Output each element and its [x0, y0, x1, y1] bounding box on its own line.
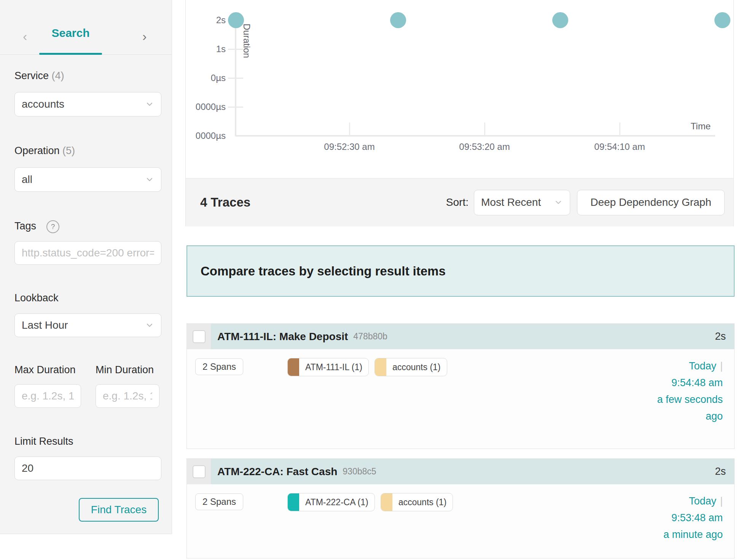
scatter-dot[interactable] — [228, 12, 244, 28]
lookback-select-value: Last Hour — [22, 319, 68, 331]
sort-select[interactable]: Most Recent — [474, 190, 570, 215]
service-label: Service (4) — [14, 70, 64, 82]
limit-results-label-text: Limit Results — [14, 436, 73, 447]
search-sidebar: ‹ Search › Service (4) accounts Operatio… — [0, 0, 172, 534]
service-color-swatch — [381, 493, 392, 511]
service-tag-list: ATM-222-CA (1) accounts (1) — [287, 493, 453, 511]
y-tick-label: 0000µs — [186, 130, 226, 141]
service-tag[interactable]: ATM-111-IL (1) — [287, 358, 369, 376]
y-tick-label: 2s — [186, 15, 226, 25]
trace-card-body: 2 Spans ATM-111-IL (1) accounts (1) Toda… — [187, 349, 734, 449]
operation-count: (5) — [62, 145, 75, 156]
trace-relative-time: a few seconds — [657, 391, 723, 408]
tab-active-indicator — [39, 53, 102, 55]
trace-title: ATM-222-CA: Fast Cash — [217, 466, 337, 478]
scatter-dot[interactable] — [390, 12, 406, 28]
trace-timestamp: Today| 9:54:48 am a few seconds ago — [657, 358, 723, 425]
scatter-dot[interactable] — [552, 12, 568, 28]
x-tick-mark — [619, 123, 620, 135]
min-duration-input[interactable] — [96, 384, 159, 408]
service-count: (4) — [52, 70, 64, 81]
prev-tab-arrow-icon[interactable]: ‹ — [23, 30, 27, 43]
checkbox-cell — [187, 459, 211, 484]
jaeger-search-page: ‹ Search › Service (4) accounts Operatio… — [0, 0, 746, 560]
next-tab-arrow-icon[interactable]: › — [142, 30, 147, 43]
y-tick-mark — [228, 49, 243, 50]
service-color-swatch — [288, 358, 299, 376]
trace-title: ATM-111-IL: Make Deposit — [217, 331, 348, 343]
max-duration-label-text: Max Duration — [14, 364, 76, 375]
trace-header-main[interactable]: ATM-222-CA: Fast Cash 930b8c5 2s — [211, 459, 734, 484]
tags-label-text: Tags — [14, 220, 36, 232]
trace-result-card: ATM-222-CA: Fast Cash 930b8c5 2s 2 Spans… — [186, 458, 735, 558]
checkbox-cell — [187, 324, 211, 349]
lookback-label: Lookback — [14, 292, 59, 304]
trace-relative-time: a minute ago — [663, 526, 723, 543]
sort-label: Sort: — [446, 196, 469, 208]
x-tick-mark — [349, 123, 350, 135]
trace-count: 4 Traces — [200, 195, 250, 210]
service-tag[interactable]: accounts (1) — [375, 358, 447, 376]
trace-date-link[interactable]: Today — [689, 495, 716, 507]
trace-card-header[interactable]: ATM-222-CA: Fast Cash 930b8c5 2s — [187, 459, 734, 484]
find-traces-button[interactable]: Find Traces — [79, 498, 159, 522]
chevron-down-icon — [145, 321, 154, 330]
max-duration-input[interactable] — [14, 384, 81, 408]
trace-header-main[interactable]: ATM-111-IL: Make Deposit 478b80b 2s — [211, 324, 734, 349]
service-select[interactable]: accounts — [14, 92, 161, 116]
limit-results-label: Limit Results — [14, 436, 73, 447]
trace-time: 9:53:48 am — [663, 509, 723, 526]
trace-duration: 2s — [715, 331, 726, 342]
operation-label: Operation (5) — [14, 145, 75, 157]
trace-time: 9:54:48 am — [657, 374, 723, 391]
tags-input[interactable] — [14, 241, 161, 265]
service-tag-label: accounts (1) — [392, 497, 453, 508]
limit-results-input[interactable] — [14, 457, 161, 480]
service-tag-list: ATM-111-IL (1) accounts (1) — [287, 358, 447, 376]
y-tick-label: 0000µs — [186, 102, 226, 112]
trace-select-checkbox[interactable] — [193, 465, 206, 478]
span-count-button[interactable]: 2 Spans — [195, 358, 243, 375]
tab-search[interactable]: Search — [39, 27, 102, 40]
duration-scatter-plot: Duration Time 2s1s0µs0000µs0000µs09:52:3… — [186, 0, 733, 178]
x-tick-mark — [484, 123, 485, 135]
trace-card-header[interactable]: ATM-111-IL: Make Deposit 478b80b 2s — [187, 324, 734, 349]
span-count-button[interactable]: 2 Spans — [195, 493, 243, 510]
deep-dependency-graph-button[interactable]: Deep Dependency Graph — [577, 190, 725, 215]
service-tag-label: ATM-222-CA (1) — [299, 497, 375, 508]
sort-select-value: Most Recent — [481, 196, 541, 208]
date-separator: | — [720, 495, 723, 507]
operation-select-value: all — [22, 173, 32, 186]
x-tick-label: 09:52:30 am — [304, 142, 395, 152]
operation-label-text: Operation — [14, 145, 60, 156]
service-tag-label: ATM-111-IL (1) — [299, 362, 368, 372]
service-label-text: Service — [14, 70, 49, 81]
x-axis-title: Time — [673, 121, 711, 132]
trace-result-card: ATM-111-IL: Make Deposit 478b80b 2s 2 Sp… — [186, 323, 735, 449]
service-tag[interactable]: accounts (1) — [381, 493, 453, 511]
operation-select[interactable]: all — [14, 167, 161, 192]
y-tick-label: 1s — [186, 44, 226, 54]
chevron-down-icon — [554, 198, 563, 207]
max-duration-label: Max Duration — [14, 364, 76, 376]
trace-date-link[interactable]: Today — [689, 360, 716, 372]
tags-help-icon[interactable]: ? — [46, 220, 59, 233]
chevron-down-icon — [145, 175, 154, 184]
compare-banner: Compare traces by selecting result items — [186, 245, 735, 297]
trace-id: 930b8c5 — [343, 466, 376, 477]
y-tick-mark — [228, 78, 243, 79]
x-tick-label: 09:53:20 am — [439, 142, 530, 152]
service-tag[interactable]: ATM-222-CA (1) — [287, 493, 375, 511]
service-color-swatch — [288, 493, 299, 511]
lookback-select[interactable]: Last Hour — [14, 313, 161, 337]
trace-select-checkbox[interactable] — [193, 330, 206, 343]
lookback-label-text: Lookback — [14, 292, 59, 304]
min-duration-label-text: Min Duration — [96, 364, 154, 375]
scatter-dot[interactable] — [714, 12, 730, 28]
trace-id: 478b80b — [353, 331, 387, 342]
compare-banner-text: Compare traces by selecting result items — [187, 264, 446, 278]
tags-label: Tags — [14, 220, 36, 232]
y-tick-label: 0µs — [186, 73, 226, 83]
service-select-value: accounts — [22, 98, 64, 110]
y-tick-mark — [228, 107, 243, 108]
